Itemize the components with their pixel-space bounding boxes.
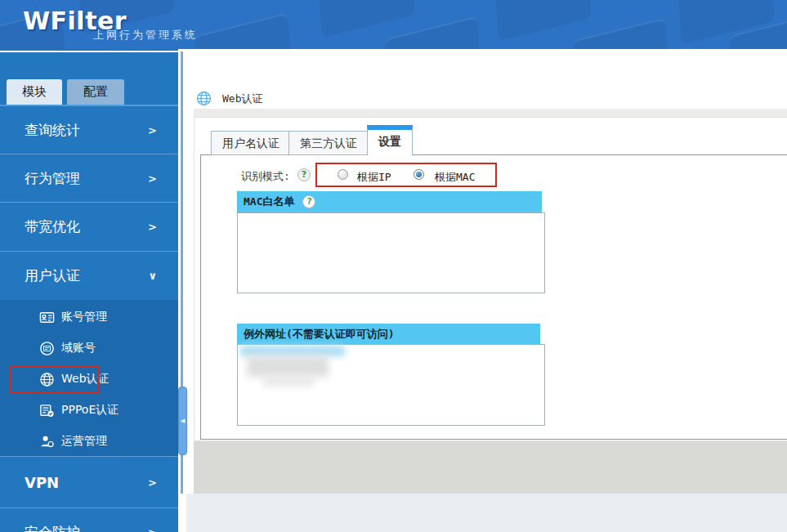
chevron-down-icon: ∨	[148, 270, 157, 282]
sidebar-subitem-label: Web认证	[61, 372, 110, 387]
sidebar-item-bandwidth[interactable]: 带宽优化 >	[0, 202, 178, 251]
tab-settings[interactable]: 设置	[367, 125, 413, 155]
chevron-right-icon: >	[148, 221, 157, 233]
mode-label: 识别模式:	[241, 169, 290, 184]
sidebar-item-behavior-mgmt[interactable]: 行为管理 >	[0, 154, 178, 202]
sidebar-subitem-pppoe-auth[interactable]: PPPoE认证	[0, 395, 178, 426]
sidebar-subitem-label: 账号管理	[61, 310, 107, 324]
document-check-icon	[39, 403, 55, 418]
chevron-right-icon: >	[148, 124, 157, 136]
wfilter-app: WFilter 上网行为管理系统 模块 配置 查询统计 > 行为管理 > 带宽优…	[0, 0, 787, 532]
sidebar-item-query-stats[interactable]: 查询统计 >	[0, 106, 178, 154]
chevron-right-icon: >	[148, 526, 157, 532]
sidebar-subitem-label: 域账号	[61, 341, 96, 355]
radio-by-ip-label[interactable]: 根据IP	[357, 170, 391, 185]
sidebar-divider	[0, 51, 178, 52]
help-icon[interactable]: ?	[302, 195, 315, 208]
app-header: WFilter 上网行为管理系统	[0, 0, 787, 49]
radio-by-mac-label[interactable]: 根据MAC	[435, 170, 475, 185]
sidebar-tab-modules[interactable]: 模块	[7, 79, 62, 105]
breadcrumb: Web认证	[196, 91, 262, 106]
globe-icon	[39, 372, 55, 387]
breadcrumb-label: Web认证	[222, 92, 262, 106]
section-header-exception-urls: 例外网址(不需要认证即可访问)	[237, 324, 540, 345]
operator-icon	[39, 434, 55, 449]
collapse-arrow-icon: ◀	[181, 418, 185, 424]
domain-account-icon	[39, 341, 55, 356]
sidebar-item-label: 查询统计	[25, 121, 80, 140]
sidebar-item-vpn[interactable]: VPN >	[0, 456, 178, 507]
sidebar-item-label: 行为管理	[25, 169, 80, 188]
section-header-mac-whitelist: MAC白名单 ?	[237, 191, 542, 212]
content-card: 用户名认证 第三方认证 设置 识别模式: ? 根据IP 根据MAC MAC白名单…	[194, 117, 787, 441]
chevron-right-icon: >	[148, 476, 157, 489]
sidebar-subitem-account-mgmt[interactable]: 账号管理	[0, 302, 178, 333]
globe-icon	[196, 91, 212, 106]
sidebar-subitem-web-auth[interactable]: Web认证	[0, 364, 178, 395]
sidebar-item-label: 用户认证	[25, 266, 80, 285]
sidebar-subitem-label: PPPoE认证	[61, 403, 118, 418]
page-background	[181, 494, 787, 532]
sidebar-item-security[interactable]: 安全防护 >	[0, 507, 178, 532]
sidebar-item-label: 带宽优化	[25, 217, 80, 236]
main-content: Web认证 用户名认证 第三方认证 设置 识别模式: ? 根据IP 根据MAC …	[186, 49, 787, 532]
sidebar-collapse-handle[interactable]: ◀	[178, 387, 187, 455]
section-title: MAC白名单	[244, 194, 294, 209]
exception-urls-textarea[interactable]	[237, 344, 545, 426]
sidebar-tab-config[interactable]: 配置	[67, 79, 124, 105]
sidebar-subitem-domain-account[interactable]: 域账号	[0, 333, 178, 364]
tab-username-auth[interactable]: 用户名认证	[211, 131, 291, 155]
sidebar-subitem-operations-mgmt[interactable]: 运营管理	[0, 426, 178, 457]
mac-whitelist-textarea[interactable]	[237, 212, 545, 293]
sidebar-submenu-user-auth: 账号管理 域账号	[0, 300, 178, 456]
id-card-icon	[39, 310, 55, 325]
sidebar: 模块 配置 查询统计 > 行为管理 > 带宽优化 > 用户认证 ∨	[0, 49, 178, 532]
app-subtitle: 上网行为管理系统	[93, 28, 198, 42]
sidebar-item-user-auth[interactable]: 用户认证 ∨	[0, 251, 178, 300]
sidebar-subitem-label: 运营管理	[61, 434, 107, 449]
card-top-strip	[194, 109, 787, 117]
sidebar-item-label: VPN	[25, 474, 59, 491]
help-icon[interactable]: ?	[297, 168, 311, 181]
chevron-right-icon: >	[148, 172, 157, 185]
radio-by-mac[interactable]	[414, 169, 424, 180]
action-bar	[194, 441, 787, 494]
exception-urls-area	[237, 344, 545, 426]
settings-panel: 识别模式: ? 根据IP 根据MAC MAC白名单 ? 例外网址(不需要认证即可…	[200, 154, 787, 440]
tab-thirdparty-auth[interactable]: 第三方认证	[288, 131, 369, 155]
section-title: 例外网址(不需要认证即可访问)	[244, 327, 395, 342]
sidebar-item-label: 安全防护	[25, 523, 80, 532]
radio-by-ip[interactable]	[338, 169, 348, 180]
